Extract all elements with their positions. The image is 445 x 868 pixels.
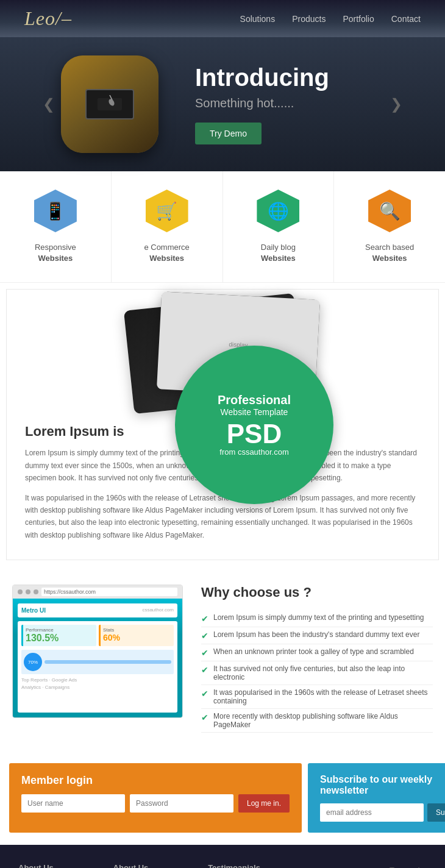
- app-icon: [61, 55, 158, 153]
- why-item-2: ✔Lorem Ipsum has been the industry's sta…: [201, 627, 433, 644]
- hero-subtitle: Something hot......: [195, 96, 384, 110]
- nav-portfolio[interactable]: Portfolio: [343, 14, 374, 24]
- header: Leo/– Solutions Products Portfolio Conta…: [0, 0, 445, 37]
- newsletter-heading: Subscribe to our weekly newsletter: [320, 774, 445, 796]
- footer-col-2: About Us About us Why us Customer Storie…: [113, 863, 196, 868]
- why-heading: Why choose us ?: [201, 585, 433, 600]
- feature-ecommerce: 🛒 e CommerceWebsites: [112, 171, 223, 282]
- check-icon-3: ✔: [201, 648, 208, 658]
- dot3: [34, 589, 38, 594]
- try-demo-button[interactable]: Try Demo: [195, 123, 262, 144]
- dot1: [18, 589, 23, 594]
- check-icon-4: ✔: [201, 665, 208, 675]
- check-icon-2: ✔: [201, 631, 208, 641]
- hex-responsive: 📱: [34, 190, 77, 232]
- circle-psd: PSD: [227, 421, 282, 447]
- url-bar: https://cssauthor.com: [41, 588, 177, 596]
- nav-contact[interactable]: Contact: [391, 14, 421, 24]
- nav-products[interactable]: Products: [292, 14, 326, 24]
- why-list: ✔Lorem Ipsum is simply dummy text of the…: [201, 610, 433, 733]
- footer-testimonial: Testimoanials Lorem Ipsum is simply dumm…: [208, 863, 332, 868]
- email-input[interactable]: [320, 803, 424, 822]
- username-input[interactable]: [21, 794, 125, 813]
- circle-from: from cssauthor.com: [219, 447, 288, 457]
- newsletter-form: Subscribe: [320, 803, 445, 822]
- subscribe-button[interactable]: Subscribe: [427, 803, 445, 822]
- dot2: [26, 589, 30, 594]
- why-item-6: ✔More recently with desktop publishing s…: [201, 709, 433, 733]
- product-para2: It was popularised in the 1960s with the…: [25, 492, 420, 542]
- hero-text: Introducing Something hot...... Try Demo: [158, 64, 384, 144]
- footer-col2-title: About Us: [113, 863, 196, 868]
- why-section: https://cssauthor.com Metro UI cssauthor…: [0, 566, 445, 751]
- why-screenshot: https://cssauthor.com Metro UI cssauthor…: [12, 585, 183, 718]
- check-icon-5: ✔: [201, 689, 208, 699]
- product-section: display Lorem Ipsum is Lorem Ipsum is si…: [6, 289, 439, 560]
- login-button[interactable]: Log me in.: [238, 794, 290, 813]
- main-nav: Solutions Products Portfolio Contact: [240, 14, 421, 24]
- screenshot-body: Metro UI cssauthor.com Performance 130.5…: [13, 599, 182, 717]
- hex-blog: 🌐: [257, 190, 299, 232]
- feature-responsive: 📱 ResponsiveWebsites: [0, 171, 112, 282]
- why-item-4: ✔It has survived not only five centuries…: [201, 661, 433, 685]
- why-item-5: ✔It was popularised in the 1960s with th…: [201, 685, 433, 709]
- browser-bar: https://cssauthor.com: [13, 585, 182, 599]
- circle-subtitle: Website Template: [221, 407, 288, 417]
- hero-section: ❮ Introducing Something hot...... Try De…: [0, 37, 445, 171]
- footer: About Us About us Why us Customer Storie…: [0, 845, 445, 868]
- member-form: Log me in.: [21, 794, 290, 813]
- why-item-3: ✔When an unknown printer took a galley o…: [201, 644, 433, 661]
- circle-title: Professional: [218, 393, 291, 407]
- screenshot-header-bar: Metro UI cssauthor.com: [18, 603, 177, 617]
- footer-logo-area: Leo/– © cssauthor.com: [344, 863, 427, 868]
- hex-search: 🔍: [368, 190, 411, 232]
- member-heading: Member login: [21, 774, 290, 787]
- why-item-1: ✔Lorem Ipsum is simply dummy text of the…: [201, 610, 433, 627]
- prev-arrow[interactable]: ❮: [37, 90, 61, 119]
- next-arrow[interactable]: ❯: [384, 90, 408, 119]
- features-section: 📱 ResponsiveWebsites 🛒 e CommerceWebsite…: [0, 171, 445, 283]
- feature-ecommerce-label: e CommerceWebsites: [124, 242, 210, 264]
- newsletter-box: Subscribe to our weekly newsletter Subsc…: [308, 763, 445, 833]
- logo: Leo/–: [24, 7, 72, 30]
- check-icon-6: ✔: [201, 713, 208, 722]
- why-content: Why choose us ? ✔Lorem Ipsum is simply d…: [201, 585, 433, 733]
- feature-blog: 🌐 Daily blogWebsites: [223, 171, 335, 282]
- footer-col-1: About Us About us Why us Customer Storie…: [18, 863, 101, 868]
- password-input[interactable]: [130, 794, 233, 813]
- member-login-box: Member login Log me in.: [9, 763, 302, 833]
- nav-solutions[interactable]: Solutions: [240, 14, 276, 24]
- footer-col1-title: About Us: [18, 863, 101, 868]
- feature-search-label: Search basedWebsites: [346, 242, 433, 264]
- footer-inner: About Us About us Why us Customer Storie…: [0, 845, 445, 868]
- feature-responsive-label: ResponsiveWebsites: [12, 242, 99, 264]
- screenshot-text: Top Reports · Google AdsAnalytics · Camp…: [21, 677, 174, 691]
- screenshot-inner: Performance 130.5% Stats 60% 70% Top Rep…: [18, 621, 177, 713]
- app-icon-inner: [85, 89, 134, 119]
- check-icon-1: ✔: [201, 614, 208, 624]
- feature-search: 🔍 Search basedWebsites: [334, 171, 445, 282]
- cta-section: Member login Log me in. Subscribe to our…: [0, 751, 445, 845]
- footer-logo: Leo/–: [388, 863, 427, 868]
- testimonial-title: Testimoanials: [208, 863, 332, 868]
- hero-title: Introducing: [195, 64, 384, 91]
- hex-ecommerce: 🛒: [146, 190, 188, 232]
- circle-overlay: Professional Website Template PSD from c…: [175, 346, 333, 504]
- feature-blog-label: Daily blogWebsites: [235, 242, 322, 264]
